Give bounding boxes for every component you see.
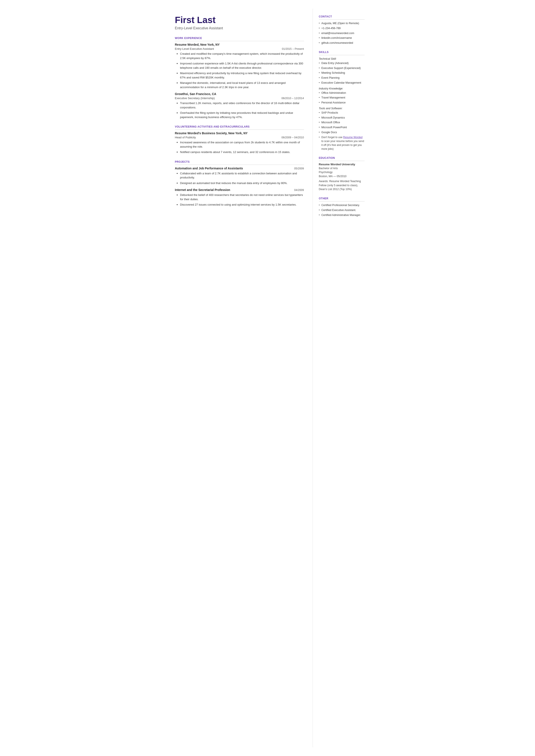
candidate-name: First Last (175, 15, 304, 25)
projects-section: PROJECTS Automation and Job Performance … (175, 160, 304, 207)
volunteering-section: VOLUNTEERING ACTIVITIES AND EXTRACURRICU… (175, 125, 304, 154)
vol-dates: 06/2009 – 04/2010 (281, 136, 304, 139)
bullet-item: Discovered 27 issues connected to using … (176, 203, 304, 207)
edu-awards: Awards: Resume Worded Teaching Fellow (o… (319, 179, 365, 191)
skill-item: Executive Support (Experienced) (319, 66, 365, 70)
job-company: Growthsi, San Francisco, CA (175, 92, 304, 96)
vol-title-row: Head of Publicity 06/2009 – 04/2010 (175, 136, 304, 139)
proj-title: Internet and the Secretarial Profession (175, 188, 230, 192)
proj-date: 05/2009 (294, 167, 304, 170)
skill-list: SAP ProductsMicrosoft DynamicsMicrosoft … (319, 111, 365, 134)
skill-item: Microsoft PowerPoint (319, 126, 365, 129)
skill-item: Event Planning (319, 76, 365, 80)
skill-list: Office AdministrationTravel ManagementPe… (319, 91, 365, 105)
resume-page: First Last Entry-Level Executive Assista… (164, 0, 371, 756)
job-title: Entry-Level Executive Assistant (175, 47, 214, 50)
project-entry: Internet and the Secretarial Profession … (175, 188, 304, 207)
skill-item: Microsoft Office (319, 121, 365, 125)
other-item: Certified Executive Assistant. (319, 208, 365, 212)
edu-location: Boston, MA — 05/2010 (319, 174, 365, 179)
bullet-item: Collaborated with a team of 2.7K assista… (176, 171, 304, 180)
left-column: First Last Entry-Level Executive Assista… (164, 9, 313, 747)
project-entry: Automation and Job Performance of Assist… (175, 167, 304, 185)
vol-bullets: Increased awareness of the association o… (175, 140, 304, 154)
contact-list: Augusta, ME (Open to Remote)+1-234-456-7… (319, 21, 365, 45)
bullet-item: Improved customer experience with 1.5K A… (176, 61, 304, 70)
work-experience-title: WORK EXPERIENCE (175, 37, 304, 41)
job-bullets: Transcribed 1.2K memos, reports, and vid… (175, 101, 304, 119)
job-company: Resume Worded, New York, NY (175, 43, 304, 46)
skill-list: Data Entry (Advanced)Executive Support (… (319, 61, 365, 85)
projects-container: Automation and Job Performance of Assist… (175, 167, 304, 207)
jobs-container: Resume Worded, New York, NY Entry-Level … (175, 43, 304, 119)
job-dates: 06/2010 – 12/2014 (281, 97, 304, 100)
skill-item: Personal Assistance (319, 101, 365, 105)
contact-item: github.com/resumeworded (319, 41, 365, 45)
skill-item: Executive Calendar Management (319, 81, 365, 85)
proj-title-row: Internet and the Secretarial Profession … (175, 188, 304, 192)
skill-item: Data Entry (Advanced) (319, 61, 365, 65)
edu-degree: Bachelor of Arts (319, 166, 365, 170)
bullet-item: Overhauled the filing system by initiati… (176, 111, 304, 119)
skill-item: Meeting Scheduling (319, 71, 365, 75)
bullet-item: Transcribed 1.2K memos, reports, and vid… (176, 101, 304, 109)
contact-section: CONTACT Augusta, ME (Open to Remote)+1-2… (319, 15, 365, 45)
resume-worded-link[interactable]: Resume Worded (343, 136, 363, 139)
skill-category-label: Tools and Software: (319, 107, 365, 110)
contact-item: email@resumeworded.com (319, 31, 365, 35)
skill-category-label: Technical Skill: (319, 57, 365, 60)
job-entry: Growthsi, San Francisco, CA Executive Se… (175, 92, 304, 119)
job-bullets: Created and modified the company's time … (175, 52, 304, 89)
skill-item: SAP Products (319, 111, 365, 115)
education-section: EDUCATION Resume Worded University Bache… (319, 156, 365, 192)
bullet-item: Increased awareness of the association o… (176, 140, 304, 149)
other-item: Certified Professional Secretary. (319, 203, 365, 207)
proj-bullets: Debunked the belief of 400 researchers t… (175, 193, 304, 207)
job-title: Executive Secretary (Internship) (175, 97, 215, 100)
projects-title: PROJECTS (175, 160, 304, 165)
job-title-row: Entry-Level Executive Assistant 01/2015 … (175, 47, 304, 50)
skills-container: Technical Skill:Data Entry (Advanced)Exe… (319, 57, 365, 134)
edu-school: Resume Worded University (319, 163, 365, 166)
other-title: OTHER (319, 197, 365, 202)
contact-title: CONTACT (319, 15, 365, 20)
proj-title: Automation and Job Performance of Assist… (175, 167, 243, 170)
contact-item: linkedin.com/in/username (319, 36, 365, 40)
proj-bullets: Collaborated with a team of 2.7K assista… (175, 171, 304, 185)
skill-item: Microsoft Dynamics (319, 116, 365, 120)
bullet-item: Debunked the belief of 400 researchers t… (176, 193, 304, 201)
volunteering-title: VOLUNTEERING ACTIVITIES AND EXTRACURRICU… (175, 125, 304, 130)
vol-title: Head of Publicity (175, 136, 196, 139)
promo-text: Don't forget to use Resume Worded to sca… (319, 135, 365, 151)
skill-category-label: Industry Knowledge: (319, 87, 365, 90)
skills-title: SKILLS (319, 51, 365, 55)
proj-title-row: Automation and Job Performance of Assist… (175, 167, 304, 170)
bullet-item: Notified campus residents about 7 events… (176, 150, 304, 154)
vol-entry: Resume Worded's Business Society, New Yo… (175, 131, 304, 154)
volunteering-container: Resume Worded's Business Society, New Yo… (175, 131, 304, 154)
other-item: Certified Administrative Manager. (319, 213, 365, 217)
job-dates: 01/2015 – Present (282, 47, 304, 50)
skill-item: Office Administration (319, 91, 365, 95)
skill-item: Google Docs (319, 130, 365, 134)
education-title: EDUCATION (319, 156, 365, 161)
edu-field: Psychology (319, 170, 365, 174)
other-section: OTHER Certified Professional Secretary.C… (319, 197, 365, 217)
contact-item: +1-234-456-789 (319, 26, 365, 30)
bullet-item: Maximized efficiency and productivity by… (176, 71, 304, 79)
other-list: Certified Professional Secretary.Certifi… (319, 203, 365, 217)
proj-date: 04/2009 (294, 188, 304, 192)
job-entry: Resume Worded, New York, NY Entry-Level … (175, 43, 304, 89)
vol-company: Resume Worded's Business Society, New Yo… (175, 131, 304, 135)
work-experience-section: WORK EXPERIENCE Resume Worded, New York,… (175, 37, 304, 119)
bullet-item: Managed the domestic, international, and… (176, 81, 304, 89)
candidate-subtitle: Entry-Level Executive Assistant (175, 26, 304, 30)
bullet-item: Designed an automated tool that reduces … (176, 181, 304, 185)
bullet-item: Created and modified the company's time … (176, 52, 304, 60)
job-title-row: Executive Secretary (Internship) 06/2010… (175, 97, 304, 100)
contact-item: Augusta, ME (Open to Remote) (319, 21, 365, 25)
skills-section: SKILLS Technical Skill:Data Entry (Advan… (319, 51, 365, 151)
skill-item: Travel Management (319, 96, 365, 100)
right-column: CONTACT Augusta, ME (Open to Remote)+1-2… (313, 9, 371, 747)
